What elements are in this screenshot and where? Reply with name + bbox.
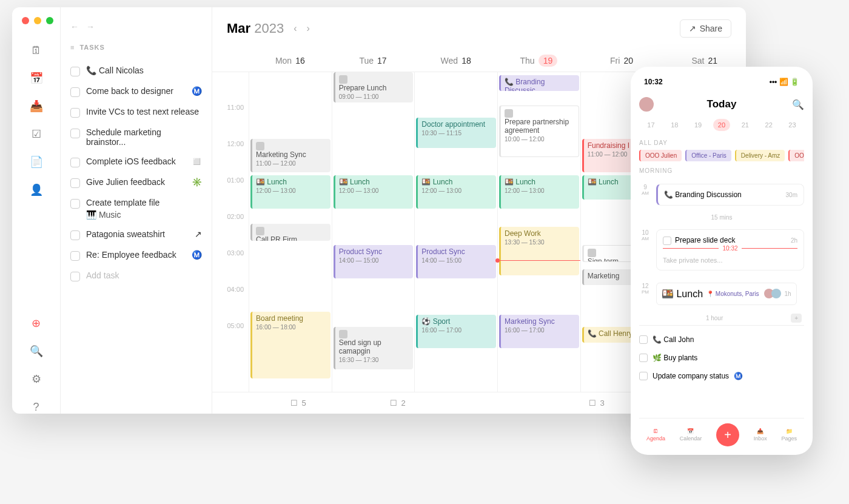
inbox-icon[interactable]: 📥 (30, 99, 43, 113)
task-item[interactable]: 📞 Call Nicolas (70, 61, 202, 81)
calendar-event[interactable]: 🍱 Lunch12:00 — 13:00 (250, 175, 331, 209)
day-header[interactable]: Thu19 (497, 50, 580, 72)
calendar-event[interactable]: Board meeting16:00 — 18:00 (250, 312, 331, 378)
tab-calendar[interactable]: 📅Calendar (680, 428, 702, 442)
calendar-event[interactable]: Doctor appointment10:30 — 11:15 (416, 118, 496, 148)
calendar-event[interactable]: 🍱 Lunch12:00 — 13:00 (416, 175, 496, 209)
mobile-date[interactable]: 19 (690, 119, 706, 131)
avatar[interactable] (639, 97, 654, 112)
mobile-date[interactable]: 21 (737, 119, 754, 131)
next-week-icon[interactable]: › (307, 23, 310, 34)
event-checkbox[interactable] (339, 75, 347, 84)
contacts-icon[interactable]: 👤 (30, 183, 43, 197)
task-checkbox[interactable] (70, 178, 80, 188)
close-window-icon[interactable] (22, 17, 29, 24)
event-checkbox[interactable] (505, 109, 513, 118)
day-column[interactable]: Prepare Lunch09:00 — 11:00🍱 Lunch12:00 —… (332, 72, 415, 392)
mobile-task-item[interactable]: 🌿 Buy plants (639, 349, 804, 367)
minimize-window-icon[interactable] (34, 17, 41, 24)
tab-pages[interactable]: 📁Pages (782, 428, 797, 442)
day-header[interactable]: Wed18 (414, 50, 497, 72)
search-icon[interactable]: 🔍 (30, 344, 43, 358)
task-checkbox[interactable] (639, 354, 648, 362)
event-lunch[interactable]: 🍱 Lunch 📍 Mokonuts, Paris 1h (656, 283, 797, 305)
day-header[interactable]: Mon16 (249, 50, 332, 72)
tab-agenda[interactable]: 🗓Agenda (646, 428, 665, 442)
day-column[interactable]: Doctor appointment10:30 — 11:15🍱 Lunch12… (414, 72, 497, 392)
event-checkbox[interactable] (339, 330, 347, 338)
mobile-date[interactable]: 17 (642, 119, 659, 131)
mobile-date[interactable]: 22 (760, 119, 777, 131)
calendar-event[interactable]: Marketing Sync16:00 — 17:00 (499, 315, 579, 348)
task-checkbox[interactable] (70, 199, 80, 209)
calendar-event[interactable]: Call PR Firm (250, 224, 331, 241)
help-icon[interactable]: ? (30, 400, 43, 414)
allday-chip[interactable]: Office - Paris (685, 150, 731, 161)
notes-placeholder[interactable]: Take private notes... (663, 257, 797, 264)
task-checkbox[interactable] (639, 335, 648, 344)
allday-chip[interactable]: OOO Julien (639, 150, 682, 161)
task-checkbox[interactable] (70, 129, 80, 138)
calendar-event[interactable]: Marketing Sync11:00 — 12:00 (250, 139, 331, 172)
calendar-event[interactable]: Send sign up camapgin16:30 — 17:30 (334, 327, 414, 369)
calendar-event[interactable]: Product Sync14:00 — 15:00 (334, 245, 414, 278)
forward-arrow-icon[interactable]: → (86, 22, 95, 32)
mobile-date[interactable]: 20 (713, 119, 730, 131)
tab-inbox[interactable]: 📥Inbox (754, 428, 767, 442)
calendar-event[interactable]: Prepare Lunch09:00 — 11:00 (334, 72, 414, 102)
mobile-task-item[interactable]: 📞 Call John (639, 331, 804, 349)
calendar-icon[interactable]: 📅 (30, 72, 43, 85)
day-task-count[interactable]: ☐ 2 (348, 398, 448, 408)
allday-chip[interactable]: Delivery - Amz (735, 150, 785, 161)
tasks-icon[interactable]: ☑ (30, 127, 43, 141)
mobile-date[interactable]: 23 (784, 119, 800, 131)
task-item[interactable]: Complete iOS feedback ◻️ (70, 152, 202, 172)
event-checkbox[interactable] (588, 249, 596, 257)
search-icon[interactable]: 🔍 (792, 99, 804, 110)
calendar-event[interactable]: 🍱 Lunch12:00 — 13:00 (499, 175, 579, 209)
event-branding[interactable]: 📞 Branding Discussion 30m (656, 184, 804, 206)
task-item[interactable]: Re: Employee feedback Ⓜ️ (70, 245, 202, 266)
task-item[interactable]: Give Julien feedback ✳️ (70, 172, 202, 193)
task-checkbox[interactable] (70, 230, 80, 240)
task-checkbox[interactable] (639, 372, 648, 380)
share-button[interactable]: ↗ Share (680, 19, 731, 38)
settings-icon[interactable]: ⚙ (30, 372, 43, 386)
day-header[interactable]: Tue17 (332, 50, 415, 72)
prev-week-icon[interactable]: ‹ (294, 23, 297, 34)
calendar-event[interactable]: 🍱 Lunch12:00 — 13:00 (334, 175, 414, 209)
add-slot-icon[interactable]: + (791, 314, 802, 323)
event-slide-deck[interactable]: Prepare slide deck 2h 10:32 Take private… (656, 229, 804, 270)
back-arrow-icon[interactable]: ← (70, 22, 79, 32)
event-checkbox[interactable] (256, 142, 264, 150)
event-checkbox[interactable] (256, 227, 264, 235)
day-column[interactable]: Marketing Sync11:00 — 12:00🍱 Lunch12:00 … (249, 72, 332, 392)
calendar-event[interactable]: ⚽ Sport16:00 — 17:00 (416, 315, 496, 348)
day-task-count[interactable]: ☐ 5 (249, 398, 348, 408)
maximize-window-icon[interactable] (46, 17, 53, 24)
calendar-event[interactable]: Product Sync14:00 — 15:00 (416, 245, 496, 278)
task-item[interactable]: Schedule marketing brainstor... (70, 123, 202, 152)
task-item[interactable]: Invite VCs to test next release (70, 102, 202, 123)
calendar-event[interactable]: Deep Work13:30 — 15:30 (499, 227, 579, 275)
task-item[interactable]: Patagonia sweatshirt ↗ (70, 224, 202, 245)
calendar-event[interactable]: 📞 Branding Discussic (499, 75, 579, 91)
task-checkbox[interactable] (70, 67, 80, 76)
add-icon[interactable]: ⊕ (30, 317, 43, 330)
task-checkbox[interactable] (70, 87, 80, 97)
task-checkbox[interactable] (70, 251, 80, 261)
allday-chip[interactable]: OO (788, 150, 804, 161)
today-label[interactable]: Today (707, 98, 737, 110)
agenda-icon[interactable]: 🗓 (30, 44, 43, 57)
calendar-event[interactable]: Prepare partnership agreement10:00 — 12:… (499, 106, 579, 157)
task-item[interactable]: Come back to designer Ⓜ️ (70, 81, 202, 102)
task-checkbox[interactable] (70, 158, 80, 167)
mobile-date[interactable]: 18 (666, 119, 683, 131)
day-task-count[interactable] (448, 398, 547, 408)
notes-icon[interactable]: 📄 (30, 155, 43, 169)
day-column[interactable]: 📞 Branding DiscussicPrepare partnership … (497, 72, 580, 392)
mobile-task-item[interactable]: Update company statusⓂ️ (639, 367, 804, 385)
task-checkbox[interactable] (70, 108, 80, 118)
task-item[interactable]: Create template file🎹 Music (70, 193, 202, 224)
fab-add-button[interactable]: + (716, 423, 739, 446)
